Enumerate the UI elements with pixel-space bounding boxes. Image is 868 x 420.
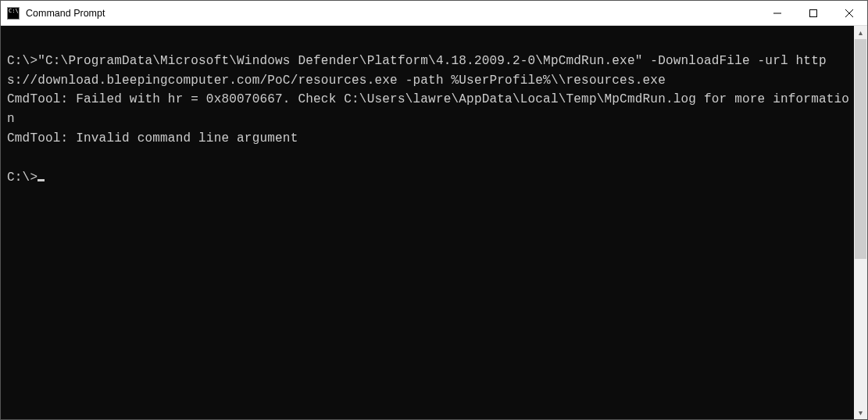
close-icon [845,9,853,17]
scrollbar-track[interactable] [854,39,867,406]
scrollbar-thumb[interactable] [855,39,866,259]
scroll-down-button[interactable]: ▾ [854,406,867,419]
minimize-icon [773,9,781,17]
chevron-down-icon: ▾ [859,408,863,417]
client-area: C:\>"C:\ProgramData\Microsoft\Windows De… [1,26,867,419]
terminal-prompt: C:\> [7,171,38,185]
vertical-scrollbar[interactable]: ▴ ▾ [854,26,867,419]
window-controls [759,1,867,25]
terminal-line: C:\>"C:\ProgramData\Microsoft\Windows De… [7,54,827,88]
close-button[interactable] [831,1,867,25]
maximize-icon [809,9,817,17]
titlebar[interactable]: Command Prompt [1,1,867,26]
cursor-icon [38,179,45,181]
cmd-icon [7,7,20,20]
scroll-up-button[interactable]: ▴ [854,26,867,39]
command-prompt-window: Command Prompt C:\>"C:\ProgramData\Mic [0,0,868,420]
terminal-output[interactable]: C:\>"C:\ProgramData\Microsoft\Windows De… [1,26,854,419]
maximize-button[interactable] [795,1,831,25]
terminal-line: CmdTool: Failed with hr = 0x80070667. Ch… [7,92,849,126]
terminal-line: CmdTool: Invalid command line argument [7,131,298,145]
window-title: Command Prompt [26,8,759,19]
svg-rect-1 [810,9,817,16]
chevron-up-icon: ▴ [859,28,863,37]
minimize-button[interactable] [759,1,795,25]
